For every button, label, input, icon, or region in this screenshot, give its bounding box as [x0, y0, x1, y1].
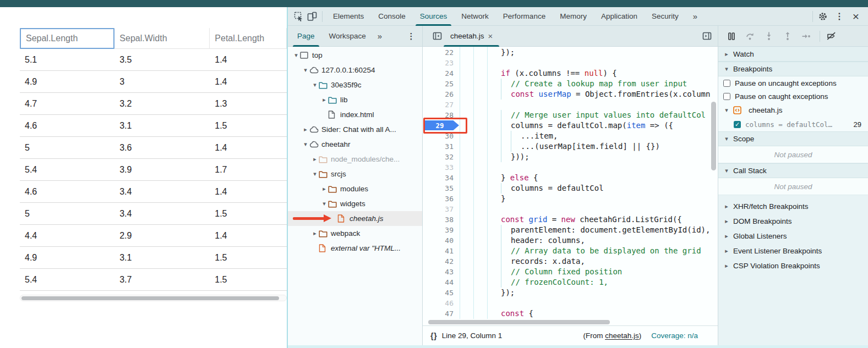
- grid-cell[interactable]: 3.9: [114, 159, 210, 180]
- source-origin-link[interactable]: cheetah.js: [605, 332, 639, 340]
- tree-item-127-0-0-1-60254[interactable]: ▾127.0.0.1:60254: [288, 63, 422, 78]
- line-number[interactable]: 41: [423, 246, 458, 256]
- tree-item-webpack[interactable]: ▸webpack: [288, 226, 422, 241]
- tree-item-index-html[interactable]: index.html: [288, 107, 422, 122]
- breakpoint-entry[interactable]: ✓columns = defaultCol…29: [718, 118, 868, 131]
- breakpoint-gutter[interactable]: [458, 225, 501, 235]
- grid-cell[interactable]: 3.4: [114, 203, 210, 224]
- tab-sources[interactable]: Sources: [413, 7, 455, 25]
- grid-cell[interactable]: 5.4: [20, 159, 114, 180]
- tree-expand-arrow[interactable]: ▾: [320, 200, 328, 207]
- line-number[interactable]: 40: [423, 235, 458, 246]
- pretty-print-icon[interactable]: { }: [430, 332, 436, 340]
- tab-console[interactable]: Console: [371, 7, 413, 25]
- checkbox[interactable]: [723, 80, 730, 87]
- line-number[interactable]: 22: [423, 47, 458, 58]
- kebab-menu-icon[interactable]: ⋮: [833, 10, 846, 23]
- line-number[interactable]: 33: [423, 162, 458, 173]
- grid-cell[interactable]: 5.4: [20, 269, 114, 290]
- grid-cell[interactable]: 1.5: [210, 203, 287, 224]
- grid-cell[interactable]: 1.4: [210, 49, 287, 70]
- grid-cell[interactable]: 3.1: [114, 247, 210, 268]
- breakpoint-gutter[interactable]: [458, 162, 501, 173]
- grid-cell[interactable]: 3.1: [114, 115, 210, 136]
- grid-header-cell[interactable]: Petal.Length: [210, 28, 287, 49]
- tab-performance[interactable]: Performance: [496, 7, 553, 25]
- grid-header-cell[interactable]: Sepal.Length: [20, 28, 114, 49]
- breakpoint-gutter[interactable]: [458, 68, 501, 79]
- breakpoint-gutter[interactable]: [458, 47, 501, 58]
- grid-cell[interactable]: 3.7: [114, 269, 210, 290]
- tree-item-widgets[interactable]: ▾widgets: [288, 196, 422, 211]
- breakpoint-gutter[interactable]: [458, 256, 501, 267]
- grid-cell[interactable]: 2.9: [114, 225, 210, 246]
- line-number[interactable]: 47: [423, 308, 458, 319]
- line-number[interactable]: 36: [423, 194, 458, 204]
- breakpoint-gutter[interactable]: [458, 89, 501, 100]
- breakpoint-gutter[interactable]: [458, 204, 501, 214]
- nav-tab-workspace[interactable]: Workspace: [322, 26, 373, 46]
- tree-expand-arrow[interactable]: ▸: [302, 126, 309, 133]
- sidebar-section-event-listener-breakpoints[interactable]: ▸Event Listener Breakpoints: [718, 244, 868, 258]
- tree-item-top[interactable]: ▾top: [288, 48, 422, 63]
- tree-expand-arrow[interactable]: ▾: [302, 141, 309, 148]
- grid-cell[interactable]: 1.4: [210, 71, 287, 92]
- more-tabs-button[interactable]: »: [686, 7, 705, 25]
- sidebar-section-xhr-fetch-breakpoints[interactable]: ▸XHR/fetch Breakpoints: [718, 199, 868, 214]
- tree-expand-arrow[interactable]: ▾: [311, 170, 319, 178]
- line-number[interactable]: 24: [423, 68, 458, 79]
- tree-expand-arrow[interactable]: ▾: [302, 67, 309, 74]
- breakpoint-gutter[interactable]: [458, 267, 501, 277]
- close-devtools-icon[interactable]: ×: [849, 10, 862, 23]
- breakpoint-gutter[interactable]: [458, 277, 501, 288]
- breakpoint-gutter[interactable]: [458, 58, 501, 68]
- step-out-icon[interactable]: [781, 30, 794, 43]
- grid-cell[interactable]: 1.5: [210, 247, 287, 268]
- coverage-link[interactable]: Coverage: n/a: [651, 332, 698, 340]
- line-number[interactable]: 37: [423, 204, 458, 214]
- sidebar-section-watch[interactable]: ▸Watch: [718, 47, 868, 62]
- line-number[interactable]: 38: [423, 214, 458, 225]
- breakpoint-gutter[interactable]: [458, 298, 501, 308]
- navigator-kebab-menu-icon[interactable]: ⋮: [405, 30, 418, 43]
- tree-item-lib[interactable]: ▸lib: [288, 92, 422, 107]
- grid-cell[interactable]: 1.4: [210, 181, 287, 202]
- step-into-icon[interactable]: [762, 30, 776, 43]
- tree-item-node-modules-che-[interactable]: ▸node_modules/che...: [288, 152, 422, 167]
- breakpoint-file-group[interactable]: ▾cheetah.js: [718, 103, 868, 118]
- grid-horizontal-scrollbar[interactable]: [20, 295, 287, 301]
- tree-item-sider-chat-with-all-a-[interactable]: ▸Sider: Chat with all A...: [288, 122, 422, 137]
- tab-elements[interactable]: Elements: [326, 7, 371, 25]
- grid-cell[interactable]: 1.3: [210, 93, 287, 114]
- sidebar-section-global-listeners[interactable]: ▸Global Listeners: [718, 229, 868, 244]
- grid-hscroll-thumb[interactable]: [21, 296, 279, 300]
- grid-cell[interactable]: 1.4: [210, 225, 287, 246]
- line-number[interactable]: 34: [423, 173, 458, 183]
- grid-cell[interactable]: 3.6: [114, 137, 210, 158]
- tree-expand-arrow[interactable]: ▾: [292, 52, 300, 59]
- tab-application[interactable]: Application: [594, 7, 645, 25]
- sidebar-section-breakpoints[interactable]: ▾Breakpoints: [718, 62, 868, 76]
- breakpoint-gutter[interactable]: [458, 173, 501, 183]
- breakpoint-gutter[interactable]: [458, 214, 501, 225]
- line-number[interactable]: 26: [423, 89, 458, 100]
- navigator-more-tabs-button[interactable]: »: [373, 26, 386, 46]
- grid-header-cell[interactable]: Sepal.Width: [114, 28, 210, 49]
- grid-cell[interactable]: 4.6: [20, 181, 114, 202]
- checkbox[interactable]: [723, 93, 730, 100]
- grid-cell[interactable]: 1.5: [210, 115, 287, 136]
- tree-item-modules[interactable]: ▸modules: [288, 181, 422, 196]
- breakpoint-gutter[interactable]: [458, 288, 501, 298]
- tab-close-icon[interactable]: ×: [488, 31, 493, 41]
- tree-expand-arrow[interactable]: ▾: [311, 81, 319, 89]
- breakpoint-checkbox[interactable]: ✓: [734, 121, 741, 128]
- grid-cell[interactable]: 3: [114, 71, 210, 92]
- grid-cell[interactable]: 4.6: [20, 115, 114, 136]
- tree-expand-arrow[interactable]: ▸: [320, 185, 328, 192]
- grid-cell[interactable]: 3.2: [114, 93, 210, 114]
- line-number[interactable]: 27: [423, 100, 458, 110]
- step-icon[interactable]: [800, 30, 813, 43]
- sidebar-section-call-stack[interactable]: ▾Call Stack: [718, 163, 868, 178]
- tree-expand-arrow[interactable]: ▸: [311, 156, 319, 163]
- breakpoint-gutter[interactable]: [458, 141, 501, 152]
